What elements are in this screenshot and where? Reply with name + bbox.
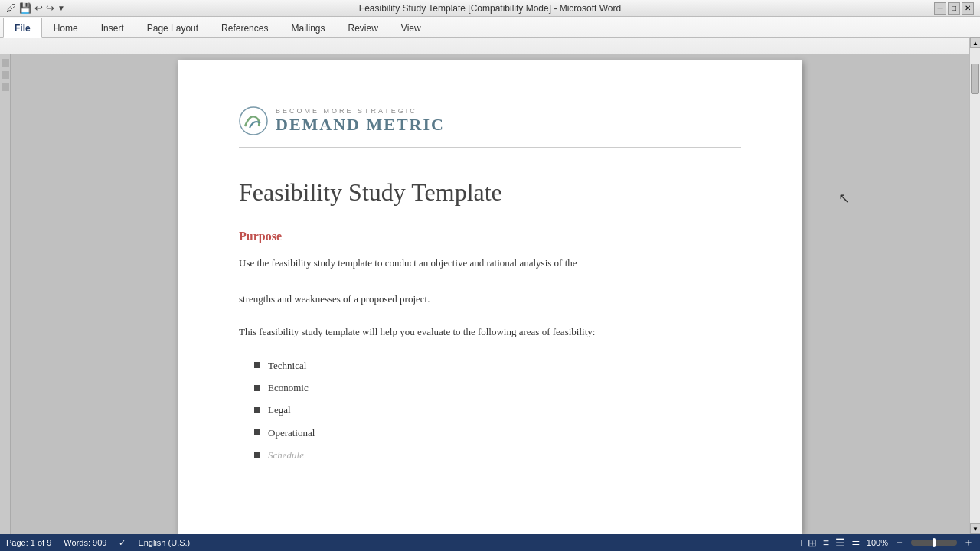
customize-icon[interactable]: ▼ <box>57 4 65 12</box>
purpose-heading: Purpose <box>239 230 741 243</box>
document-title: Feasibility Study Template <box>239 178 741 207</box>
quick-access-toolbar[interactable]: 🖊 💾 ↩ ↪ ▼ <box>6 2 65 14</box>
logo-tagline: Become More Strategic <box>276 107 445 115</box>
zoom-percentage: 100% <box>867 538 888 547</box>
word-count: Words: 909 <box>64 538 106 547</box>
list-item-text: Schedule <box>268 446 304 464</box>
tab-pagelayout[interactable]: Page Layout <box>136 18 210 38</box>
scrollbar-track[interactable] <box>970 48 980 523</box>
scroll-up-button[interactable]: ▲ <box>970 37 980 48</box>
logo-area: Become More Strategic Demand Metric <box>239 106 741 148</box>
zoom-out-icon[interactable]: － <box>894 536 905 549</box>
tab-review[interactable]: Review <box>336 18 389 38</box>
view-fullscreen-icon[interactable]: ⊞ <box>808 536 817 549</box>
undo-icon[interactable]: ↩ <box>34 2 43 14</box>
list-item: Technical <box>254 357 741 374</box>
list-item-text: Technical <box>268 357 306 374</box>
zoom-in-icon[interactable]: ＋ <box>963 536 974 549</box>
window-controls[interactable]: ─ □ ✕ <box>934 2 974 15</box>
ribbon-tabs: File Home Insert Page Layout References … <box>0 17 980 38</box>
word-icon: 🖊 <box>6 2 16 14</box>
status-left: Page: 1 of 9 Words: 909 ✓ English (U.S.) <box>6 538 190 548</box>
view-web-icon[interactable]: ≡ <box>823 536 829 549</box>
paragraph-1: Use the feasibility study template to co… <box>239 254 741 308</box>
language: English (U.S.) <box>138 538 190 547</box>
tab-home[interactable]: Home <box>42 18 90 38</box>
zoom-slider[interactable] <box>911 540 957 546</box>
status-right: □ ⊞ ≡ ☰ ≣ 100% － ＋ <box>795 536 974 549</box>
spelling-icon[interactable]: ✓ <box>119 538 126 548</box>
sidebar-tool-1[interactable] <box>2 59 9 67</box>
bullet-icon <box>254 429 260 435</box>
bullet-list: Technical Economic Legal Operational Sch… <box>239 357 741 465</box>
page-info: Page: 1 of 9 <box>6 538 51 547</box>
left-sidebar <box>0 54 11 534</box>
paragraph-2: This feasibility study template will hel… <box>239 323 741 341</box>
view-outline-icon[interactable]: ☰ <box>835 536 845 549</box>
tab-view[interactable]: View <box>390 18 433 38</box>
list-item: Legal <box>254 401 741 419</box>
ribbon-content-area <box>0 38 980 55</box>
window-title: Feasibility Study Template [Compatibilit… <box>359 3 621 14</box>
list-item: Schedule <box>254 446 741 464</box>
redo-icon[interactable]: ↪ <box>46 2 54 14</box>
sidebar-tool-2[interactable] <box>2 71 9 79</box>
close-button[interactable]: ✕ <box>962 2 974 15</box>
zoom-slider-thumb[interactable] <box>933 538 936 547</box>
logo-text: Become More Strategic Demand Metric <box>276 107 445 135</box>
list-item-text: Legal <box>268 401 291 419</box>
scroll-down-button[interactable]: ▼ <box>970 523 980 534</box>
minimize-button[interactable]: ─ <box>934 2 946 15</box>
view-print-icon[interactable]: □ <box>795 536 801 549</box>
bullet-icon <box>254 452 260 458</box>
maximize-button[interactable]: □ <box>948 2 960 15</box>
tab-insert[interactable]: Insert <box>90 18 136 38</box>
document-area: Become More Strategic Demand Metric Feas… <box>11 54 969 534</box>
svg-point-26 <box>240 107 267 135</box>
document-page: Become More Strategic Demand Metric Feas… <box>178 60 802 534</box>
bullet-icon <box>254 407 260 413</box>
status-bar: Page: 1 of 9 Words: 909 ✓ English (U.S.)… <box>0 534 980 551</box>
title-bar: 🖊 💾 ↩ ↪ ▼ Feasibility Study Template [Co… <box>0 0 980 17</box>
ribbon: File Home Insert Page Layout References … <box>0 17 980 56</box>
right-scrollbar[interactable]: ▲ ▼ <box>969 37 980 534</box>
sidebar-tool-3[interactable] <box>2 83 9 91</box>
bullet-icon <box>254 362 260 368</box>
logo-name: Demand Metric <box>276 115 445 135</box>
bullet-icon <box>254 385 260 391</box>
list-item-text: Operational <box>268 424 315 442</box>
list-item: Operational <box>254 424 741 442</box>
save-icon[interactable]: 💾 <box>19 2 31 14</box>
tab-file[interactable]: File <box>3 18 42 38</box>
list-item-text: Economic <box>268 379 309 396</box>
tab-references[interactable]: References <box>210 18 279 38</box>
scrollbar-thumb[interactable] <box>971 64 979 94</box>
tab-mailings[interactable]: Mailings <box>279 18 336 38</box>
view-draft-icon[interactable]: ≣ <box>851 536 861 549</box>
list-item: Economic <box>254 379 741 396</box>
logo-icon <box>239 106 268 135</box>
